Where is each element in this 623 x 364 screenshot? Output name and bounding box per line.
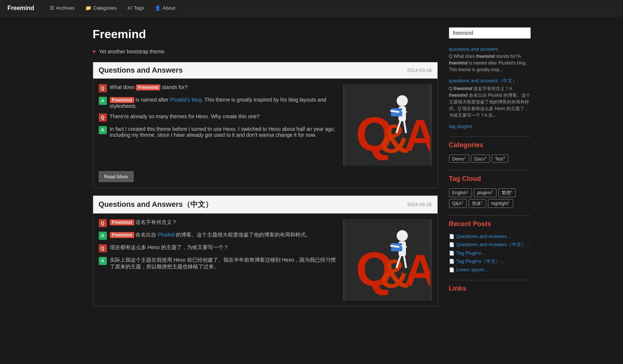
- read-more-btn-1[interactable]: Read More: [99, 171, 134, 182]
- a-badge-1: A: [99, 97, 107, 105]
- post-content-inner-2: Q Freemind 这名字有何含义？ A Freemind 命名出自 Plus…: [99, 219, 432, 301]
- post-card-2: Questions and Answers（中文） 2014-03-16 Q F…: [93, 195, 438, 307]
- q-badge-zh-1: Q: [99, 219, 107, 227]
- doc-icon-2: 📄: [449, 242, 455, 247]
- post-header-1: Questions and Answers 2014-03-16: [93, 62, 437, 79]
- tag-traditional[interactable]: 繁體1: [498, 188, 516, 197]
- post-title-2[interactable]: Questions and Answers（中文）: [99, 199, 213, 209]
- a-badge-2: A: [99, 126, 107, 134]
- tag-qa[interactable]: Q&A2: [449, 199, 467, 208]
- doc-icon-5: 📄: [449, 267, 455, 272]
- nav-categories-link[interactable]: 📁 Categories: [81, 1, 121, 14]
- site-title: Freemind: [93, 27, 438, 41]
- qa-text-q2: There're already so many themes for Hexo…: [110, 113, 260, 119]
- recent-post-3[interactable]: 📄 Tag Plugins...: [449, 250, 531, 256]
- qa-svg-2: Q & A: [345, 219, 430, 301]
- nav-tags: 🏷 Tags: [123, 1, 148, 14]
- recent-post-1[interactable]: 📄 Questions and Answers...: [449, 234, 531, 239]
- search-results-section: questions and answers Q What does freemi…: [449, 46, 531, 129]
- pluskid-link-2[interactable]: Pluskid: [158, 232, 174, 238]
- search-result-3: tag plugins: [449, 123, 531, 129]
- tag-icon: 🏷: [127, 5, 132, 11]
- sidebar: questions and answers Q What does freemi…: [449, 27, 531, 314]
- heart-icon: ♥: [93, 49, 96, 54]
- post-header-2: Questions and Answers（中文） 2014-03-16: [93, 196, 437, 214]
- search-result-text-1: Q What does freemind stands for?A freemi…: [449, 53, 531, 73]
- qa-text-zh-q2: 现在都有这么多 Hexo 的主题了，为啥又要写一个？: [110, 244, 229, 251]
- divider-3: [449, 215, 531, 216]
- pluskid-link-1[interactable]: Pluskid's blog: [170, 97, 201, 103]
- cat-docs[interactable]: Docs4: [471, 155, 490, 163]
- divider-2: [449, 170, 531, 171]
- q-badge-1: Q: [99, 84, 107, 92]
- recent-post-5[interactable]: 📄 Lorem Ipsum...: [449, 267, 531, 272]
- links-title: Links: [449, 285, 531, 294]
- post-card-1: Questions and Answers 2014-03-16 Q What …: [93, 62, 438, 188]
- categories-section: Categories Demo1 Docs4 Test3: [449, 141, 531, 163]
- qa-text-zh-q1: Freemind 这名字有何含义？: [110, 219, 177, 226]
- tagline: ♥ Yet another bootstrap theme.: [93, 49, 438, 54]
- main-content: Freemind ♥ Yet another bootstrap theme. …: [93, 27, 438, 314]
- search-result-link-1[interactable]: questions and answers: [449, 46, 498, 52]
- qa-text-zh-a2: 实际上我这个主题在我使用 Hexo 前已经创建了。我在半年前将博客迁移到 Hex…: [110, 257, 337, 270]
- links-section: Links: [449, 285, 531, 294]
- search-result-link-3[interactable]: tag plugins: [449, 123, 472, 129]
- qa-row-zh-q2: Q 现在都有这么多 Hexo 的主题了，为啥又要写一个？: [99, 244, 337, 252]
- nav-archives-link[interactable]: ☰ Archives: [45, 1, 79, 14]
- nav-tags-link[interactable]: 🏷 Tags: [123, 1, 148, 14]
- divider-4: [449, 280, 531, 280]
- folder-icon: 📁: [85, 5, 91, 11]
- nav-about-link[interactable]: 👤 About: [150, 1, 180, 14]
- tag-english[interactable]: English1: [449, 188, 472, 197]
- page-wrapper: Freemind ♥ Yet another bootstrap theme. …: [85, 16, 538, 325]
- tag-cloud-tags: English1 plugins2 繁體1 Q&A2 简体1 highlight…: [449, 188, 531, 208]
- qa-row-zh-a1: A Freemind 命名出自 Pluskid 的博客。这个主题很大程度借鉴了他…: [99, 232, 337, 240]
- tag-cloud-title: Tag Cloud: [449, 175, 531, 185]
- post-text-2: Q Freemind 这名字有何含义？ A Freemind 命名出自 Plus…: [99, 219, 337, 301]
- qa-text-q1: What does Freemind stands for?: [110, 84, 188, 90]
- svg-line-19: [402, 246, 406, 247]
- post-title-1[interactable]: Questions and Answers: [99, 66, 183, 75]
- search-result-text-2: Q freemind 这名字有何含义？A freemind 命名出自 Plusk…: [449, 85, 531, 119]
- svg-line-7: [391, 111, 399, 112]
- a-badge-zh-2: A: [99, 257, 107, 265]
- tag-highlight[interactable]: highlight1: [488, 199, 513, 208]
- freemind-tag-zh-a1: Freemind: [110, 232, 134, 238]
- qa-row-zh-a2: A 实际上我这个主题在我使用 Hexo 前已经创建了。我在半年前将博客迁移到 H…: [99, 257, 337, 270]
- post-body-1: Q What does Freemind stands for? A Freem…: [93, 79, 437, 188]
- navbar-links: ☰ Archives 📁 Categories 🏷 Tags 👤 About: [45, 1, 180, 14]
- navbar-brand[interactable]: Freemind: [7, 5, 34, 11]
- post-date-2: 2014-03-16: [407, 202, 432, 207]
- search-result-link-2[interactable]: questions and answers（中文）: [449, 78, 518, 83]
- recent-post-2[interactable]: 📄 Questions and Answers（中文）...: [449, 241, 531, 248]
- recent-post-4[interactable]: 📄 Tag Plugins（中文）...: [449, 258, 531, 265]
- divider-1: [449, 136, 531, 137]
- doc-icon-3: 📄: [449, 251, 455, 256]
- doc-icon-1: 📄: [449, 234, 455, 239]
- qa-text-a1: Freemind is named after Pluskid's blog. …: [110, 97, 337, 109]
- search-result-1: questions and answers Q What does freemi…: [449, 46, 531, 73]
- freemind-tag-q1: Freemind: [136, 85, 160, 90]
- tag-plugins[interactable]: plugins2: [474, 188, 496, 197]
- nav-categories: 📁 Categories: [81, 1, 121, 14]
- tag-cloud-section: Tag Cloud English1 plugins2 繁體1 Q&A2 简体1…: [449, 175, 531, 208]
- cat-test[interactable]: Test3: [492, 155, 508, 163]
- post-image-1: Q & A: [343, 84, 432, 166]
- cat-demo[interactable]: Demo1: [449, 155, 469, 163]
- post-date-1: 2014-03-16: [407, 67, 432, 73]
- tag-simplified[interactable]: 简体1: [469, 199, 486, 208]
- qa-row-a1: A Freemind is named after Pluskid's blog…: [99, 97, 337, 109]
- svg-point-15: [397, 230, 408, 241]
- qa-row-q1: Q What does Freemind stands for?: [99, 84, 337, 92]
- search-input[interactable]: [449, 27, 531, 39]
- post-image-2: Q & A: [343, 219, 432, 301]
- qa-text-zh-a1: Freemind 命名出自 Pluskid 的博客。这个主题很大程度借鉴了他的博…: [110, 232, 311, 238]
- recent-posts-title: Recent Posts: [449, 220, 531, 230]
- search-result-2: questions and answers（中文） Q freemind 这名字…: [449, 77, 531, 119]
- archives-icon: ☰: [50, 5, 54, 11]
- qa-svg-1: Q & A: [345, 84, 430, 166]
- qa-row-q2: Q There're already so many themes for He…: [99, 113, 337, 122]
- post-text-1: Q What does Freemind stands for? A Freem…: [99, 84, 337, 166]
- svg-line-18: [391, 246, 399, 247]
- q-badge-zh-2: Q: [99, 244, 107, 252]
